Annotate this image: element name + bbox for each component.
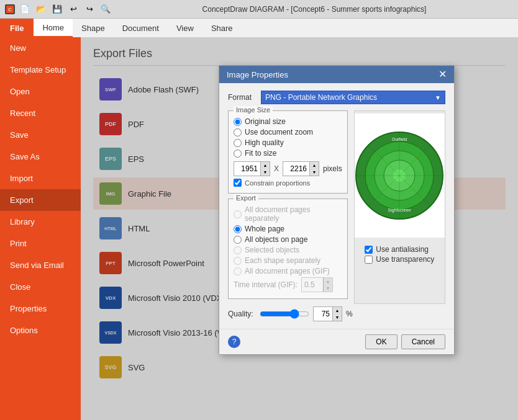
right-checkboxes: Use antialiasing Use transparency: [362, 241, 437, 267]
constrain-checkbox[interactable]: [234, 179, 242, 187]
cancel-button[interactable]: Cancel: [401, 334, 445, 349]
modal-title-bar: Image Properties ✕: [219, 66, 454, 83]
quality-unit: %: [346, 310, 353, 318]
gif-down-button[interactable]: ▼: [324, 285, 332, 292]
menu-home[interactable]: Home: [34, 19, 73, 37]
svg-text:Sightscreen: Sightscreen: [388, 208, 411, 213]
fit-to-size-row: Fit to size: [234, 149, 342, 158]
high-quality-label: High quality: [245, 138, 284, 147]
svg-text:Outfield: Outfield: [392, 137, 407, 141]
use-antialiasing-row: Use antialiasing: [365, 245, 434, 254]
modal-buttons: OK Cancel: [365, 334, 445, 349]
image-properties-modal: Image Properties ✕ Format PNG - Portable…: [219, 65, 455, 355]
sidebar-item-properties[interactable]: Properties: [0, 298, 81, 319]
whole-page-row: Whole page: [234, 225, 342, 233]
menu-file[interactable]: File: [0, 19, 34, 37]
app-icon: C: [5, 4, 15, 14]
quality-up-button[interactable]: ▲: [333, 307, 342, 314]
quality-slider[interactable]: [260, 309, 309, 319]
svg-text:C: C: [8, 7, 12, 12]
width-spinners: ▲ ▼: [260, 162, 270, 176]
menu-shape[interactable]: Shape: [73, 19, 114, 37]
format-value: PNG - Portable Network Graphics: [265, 93, 377, 102]
height-up-button[interactable]: ▲: [310, 162, 319, 169]
quality-input[interactable]: [314, 307, 332, 321]
each-shape-label: Each shape separately: [245, 256, 320, 265]
sidebar-item-new[interactable]: New: [0, 37, 81, 59]
fit-to-size-radio[interactable]: [234, 150, 242, 158]
original-size-row: Original size: [234, 117, 342, 126]
each-shape-radio[interactable]: [234, 257, 242, 265]
modal-left: Image Size Original size Use document zo…: [228, 110, 348, 304]
use-antialiasing-label: Use antialiasing: [376, 245, 429, 254]
image-size-content: Original size Use document zoom High qua…: [234, 117, 342, 187]
modal-close-button[interactable]: ✕: [438, 69, 447, 79]
ok-button[interactable]: OK: [365, 334, 397, 349]
modal-columns: Image Size Original size Use document zo…: [228, 110, 445, 304]
time-interval-input[interactable]: [302, 278, 323, 292]
height-spinners: ▲ ▼: [309, 162, 319, 176]
use-doc-zoom-radio[interactable]: [234, 128, 242, 136]
sidebar-item-import[interactable]: Import: [0, 168, 81, 189]
sidebar-item-export[interactable]: Export: [0, 189, 81, 211]
sidebar-item-close[interactable]: Close: [0, 276, 81, 298]
height-input-group: ▲ ▼: [283, 161, 319, 176]
width-up-button[interactable]: ▲: [261, 162, 270, 169]
sidebar-item-save-as[interactable]: Save As: [0, 146, 81, 168]
time-interval-input-group: ▲ ▼: [301, 277, 333, 292]
menu-view[interactable]: View: [168, 19, 202, 37]
format-label: Format: [228, 93, 256, 102]
all-objects-row: All objects on page: [234, 235, 342, 244]
menu-bar: File Home Shape Document View Share: [0, 19, 518, 37]
width-input[interactable]: [234, 162, 260, 176]
export-section: Export All document pages separately Who…: [228, 199, 348, 299]
use-transparency-checkbox[interactable]: [365, 256, 373, 264]
sidebar-item-template-setup[interactable]: Template Setup: [0, 59, 81, 81]
menu-share[interactable]: Share: [202, 19, 242, 37]
gif-up-button[interactable]: ▲: [324, 278, 332, 285]
app-body: New Template Setup Open Recent Save Save…: [0, 37, 518, 420]
high-quality-radio[interactable]: [234, 139, 242, 147]
selected-objects-radio[interactable]: [234, 246, 242, 254]
fit-to-size-label: Fit to size: [245, 149, 276, 158]
original-size-radio[interactable]: [234, 118, 242, 126]
format-row: Format PNG - Portable Network Graphics ▼: [228, 91, 445, 104]
format-select[interactable]: PNG - Portable Network Graphics ▼: [261, 91, 445, 104]
original-size-label: Original size: [245, 117, 286, 126]
sidebar-item-print[interactable]: Print: [0, 233, 81, 254]
redo-icon[interactable]: ↪: [83, 4, 96, 15]
whole-page-radio[interactable]: [234, 225, 242, 233]
use-doc-zoom-row: Use document zoom: [234, 128, 342, 136]
save-icon[interactable]: 💾: [51, 4, 63, 15]
use-antialiasing-checkbox[interactable]: [365, 246, 373, 254]
menu-document[interactable]: Document: [114, 19, 168, 37]
modal-overlay: Image Properties ✕ Format PNG - Portable…: [81, 37, 518, 420]
sidebar-item-send-via-email[interactable]: Send via Email: [0, 254, 81, 276]
help-button[interactable]: ?: [228, 336, 240, 348]
sidebar-item-save[interactable]: Save: [0, 124, 81, 146]
sidebar-item-options[interactable]: Options: [0, 319, 81, 341]
new-icon[interactable]: 📄: [19, 4, 31, 15]
quality-down-button[interactable]: ▼: [333, 314, 342, 321]
height-down-button[interactable]: ▼: [310, 169, 319, 176]
preview-svg: Outfield Sightscreen: [355, 131, 445, 221]
sidebar-item-library[interactable]: Library: [0, 211, 81, 233]
selected-objects-label: Selected objects: [245, 246, 299, 254]
sidebar-item-recent[interactable]: Recent: [0, 102, 81, 124]
open-icon[interactable]: 📂: [35, 4, 47, 15]
sidebar-item-open[interactable]: Open: [0, 81, 81, 102]
width-down-button[interactable]: ▼: [261, 169, 270, 176]
modal-preview-panel: Outfield Sightscreen Use antialiasing: [354, 110, 445, 304]
undo-icon[interactable]: ↩: [67, 4, 80, 15]
high-quality-row: High quality: [234, 138, 342, 147]
gif-spinners: ▲ ▼: [323, 278, 332, 292]
all-doc-pages-label: All document pages separately: [245, 205, 342, 223]
height-input[interactable]: [283, 162, 309, 176]
all-doc-pages-radio[interactable]: [234, 210, 242, 218]
zoom-icon[interactable]: 🔍: [99, 4, 112, 15]
all-doc-gif-radio[interactable]: [234, 267, 242, 275]
all-objects-radio[interactable]: [234, 236, 242, 244]
preview-container: Outfield Sightscreen: [354, 114, 445, 238]
all-doc-gif-row: All document pages (GIF): [234, 267, 342, 275]
whole-page-label: Whole page: [245, 225, 284, 233]
